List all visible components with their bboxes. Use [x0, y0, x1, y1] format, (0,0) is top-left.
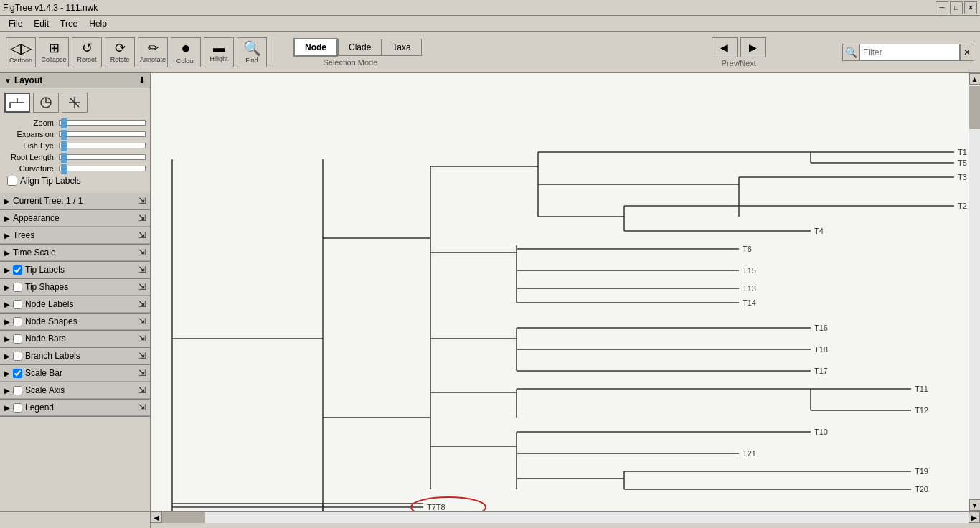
reroot-button[interactable]: ↺ Reroot: [72, 37, 102, 67]
fish-eye-track: [59, 143, 146, 148]
h-scroll-thumb[interactable]: [162, 512, 205, 523]
scale-axis-header[interactable]: ▶ Scale Axis ⇲: [0, 382, 150, 399]
tip-labels-checkbox[interactable]: [13, 265, 22, 275]
node-labels-settings-icon[interactable]: ⇲: [138, 299, 146, 309]
node-labels-checkbox[interactable]: [13, 300, 22, 309]
scroll-right-button[interactable]: ▶: [969, 512, 980, 523]
scroll-track[interactable]: [969, 85, 980, 499]
scale-axis-arrow: ▶: [4, 387, 10, 395]
scroll-thumb[interactable]: [969, 86, 980, 129]
minimize-button[interactable]: ─: [936, 1, 948, 14]
fish-eye-thumb[interactable]: [61, 141, 67, 151]
scale-axis-checkbox[interactable]: [13, 386, 22, 395]
close-button[interactable]: ✕: [964, 1, 977, 14]
legend-header[interactable]: ▶ Legend ⇲: [0, 400, 150, 416]
zoom-thumb[interactable]: [61, 118, 67, 128]
root-length-thumb[interactable]: [61, 153, 67, 163]
menu-file[interactable]: File: [3, 17, 28, 30]
prev-button[interactable]: ◀: [712, 37, 738, 57]
colour-button[interactable]: ● Colour: [171, 37, 201, 67]
prevnext-group: ◀ ▶ Prev/Next: [712, 37, 766, 67]
taxon-T5: T5: [958, 159, 967, 167]
rotate-icon: ⟳: [115, 42, 126, 55]
filter-input[interactable]: [859, 44, 960, 61]
node-mode-button[interactable]: Node: [293, 38, 338, 57]
node-shapes-section: ▶ Node Shapes ⇲: [0, 314, 150, 331]
tip-labels-arrow: ▶: [4, 266, 10, 274]
appearance-settings-icon[interactable]: ⇲: [138, 213, 146, 223]
taxon-T15: T15: [743, 266, 756, 275]
trees-header[interactable]: ▶ Trees ⇲: [0, 227, 150, 244]
menu-help[interactable]: Help: [83, 17, 113, 30]
find-button[interactable]: 🔍 Find: [237, 37, 267, 67]
legend-arrow: ▶: [4, 404, 10, 412]
expansion-thumb[interactable]: [61, 130, 67, 140]
radial-layout-button[interactable]: [33, 93, 59, 113]
next-button[interactable]: ▶: [740, 37, 766, 57]
tip-labels-settings-icon[interactable]: ⇲: [138, 265, 146, 275]
clade-mode-button[interactable]: Clade: [338, 39, 382, 56]
cartoon-button[interactable]: ◁▷ Cartoon: [6, 37, 36, 67]
taxon-T7T8: T7T8: [427, 503, 446, 511]
node-bars-arrow: ▶: [4, 335, 10, 343]
menu-tree[interactable]: Tree: [55, 17, 83, 30]
scroll-up-button[interactable]: ▲: [969, 73, 981, 85]
maximize-button[interactable]: □: [950, 1, 963, 14]
titlebar: FigTree v1.4.3 - 111.nwk ─ □ ✕: [0, 0, 980, 16]
legend-checkbox[interactable]: [13, 403, 22, 412]
node-bars-header[interactable]: ▶ Node Bars ⇲: [0, 331, 150, 347]
node-labels-header[interactable]: ▶ Node Labels ⇲: [0, 296, 150, 313]
current-tree-header[interactable]: ▶ Current Tree: 1 / 1 ⇲: [0, 193, 150, 209]
node-shapes-header[interactable]: ▶ Node Shapes ⇲: [0, 314, 150, 330]
scale-bar-header[interactable]: ▶ Scale Bar ⇲: [0, 365, 150, 382]
node-labels-title: Node Labels: [25, 299, 73, 309]
expansion-track: [59, 131, 146, 137]
scale-bar-settings-icon[interactable]: ⇲: [138, 368, 146, 378]
taxa-mode-button[interactable]: Taxa: [382, 39, 421, 56]
time-scale-settings-icon[interactable]: ⇲: [138, 248, 146, 258]
collapse-button[interactable]: ⊞ Collapse: [39, 37, 69, 67]
legend-settings-icon[interactable]: ⇲: [138, 402, 146, 412]
titlebar-title: FigTree v1.4.3 - 111.nwk: [3, 3, 98, 13]
tip-shapes-header[interactable]: ▶ Tip Shapes ⇲: [0, 279, 150, 296]
scale-bar-checkbox[interactable]: [13, 369, 22, 378]
vertical-scrollbar[interactable]: ▲ ▼: [969, 73, 980, 511]
branch-labels-title: Branch Labels: [25, 351, 80, 361]
time-scale-section: ▶ Time Scale ⇲: [0, 245, 150, 262]
appearance-arrow: ▶: [4, 214, 10, 222]
polar-layout-button[interactable]: [62, 93, 88, 113]
menu-edit[interactable]: Edit: [28, 17, 55, 30]
layout-settings-icon[interactable]: ⬇: [138, 75, 146, 85]
tip-shapes-settings-icon[interactable]: ⇲: [138, 282, 146, 292]
branch-labels-header[interactable]: ▶ Branch Labels ⇲: [0, 348, 150, 364]
current-tree-settings-icon[interactable]: ⇲: [138, 196, 146, 206]
tip-shapes-checkbox[interactable]: [13, 283, 22, 292]
rotate-button[interactable]: ⟳ Rotate: [105, 37, 135, 67]
node-bars-settings-icon[interactable]: ⇲: [138, 334, 146, 344]
layout-section-header[interactable]: ▼ Layout ⬇: [0, 73, 150, 88]
tip-shapes-arrow: ▶: [4, 283, 10, 291]
filter-clear-icon[interactable]: ✕: [960, 44, 974, 61]
tree-canvas[interactable]: T1 T5 T3 T2 T4: [151, 73, 969, 511]
branch-labels-settings-icon[interactable]: ⇲: [138, 351, 146, 361]
horizontal-scrollbar[interactable]: ◀ ▶: [151, 512, 980, 528]
annotate-button[interactable]: ✏ Annotate: [138, 37, 168, 67]
trees-settings-icon[interactable]: ⇲: [138, 230, 146, 240]
scale-axis-settings-icon[interactable]: ⇲: [138, 385, 146, 395]
h-scroll-track[interactable]: [162, 512, 969, 523]
node-shapes-settings-icon[interactable]: ⇲: [138, 316, 146, 326]
hilight-button[interactable]: ▬ Hilight: [204, 37, 234, 67]
branch-labels-checkbox[interactable]: [13, 352, 22, 361]
scroll-left-button[interactable]: ◀: [151, 512, 162, 523]
scroll-down-button[interactable]: ▼: [969, 499, 981, 511]
tree-area: T1 T5 T3 T2 T4: [151, 73, 980, 511]
branch-labels-section: ▶ Branch Labels ⇲: [0, 348, 150, 365]
time-scale-header[interactable]: ▶ Time Scale ⇲: [0, 245, 150, 261]
curvature-thumb[interactable]: [61, 164, 67, 174]
tip-labels-header[interactable]: ▶ Tip Labels ⇲: [0, 262, 150, 278]
appearance-header[interactable]: ▶ Appearance ⇲: [0, 210, 150, 227]
node-bars-checkbox[interactable]: [13, 334, 22, 344]
rectangular-layout-button[interactable]: [4, 93, 30, 113]
node-shapes-checkbox[interactable]: [13, 317, 22, 326]
align-tip-labels-checkbox[interactable]: [7, 176, 17, 186]
